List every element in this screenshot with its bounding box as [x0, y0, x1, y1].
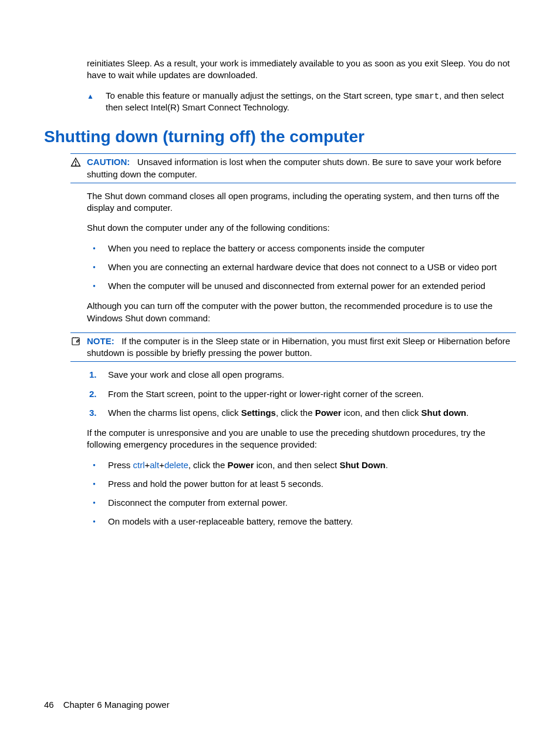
bold-text: Settings	[241, 408, 276, 418]
note-callout: NOTE: If the computer is in the Sleep st…	[70, 332, 516, 362]
body-paragraph: Shut down the computer under any of the …	[87, 222, 516, 234]
caution-icon	[70, 156, 87, 170]
conditions-list: When you need to replace the battery or …	[87, 243, 516, 293]
procedure-step-text: To enable this feature or manually adjus…	[106, 90, 516, 114]
list-item: When the computer will be unused and dis…	[87, 280, 516, 292]
list-item: From the Start screen, point to the uppe…	[87, 388, 516, 400]
caution-body: Unsaved information is lost when the com…	[87, 157, 501, 179]
page-footer: 46Chapter 6 Managing power	[44, 699, 170, 711]
body-paragraph: Although you can turn off the computer w…	[87, 300, 516, 324]
steps-list: Save your work and close all open progra…	[87, 369, 516, 419]
list-item: Press and hold the power button for at l…	[87, 478, 516, 490]
svg-point-1	[75, 164, 76, 165]
section-heading: Shutting down (turning off) the computer	[44, 126, 516, 148]
text-fragment: .	[466, 408, 468, 418]
intro-paragraph: reinitiates Sleep. As a result, your wor…	[87, 58, 516, 82]
page-number: 46	[44, 700, 54, 710]
text-fragment: icon, and then select	[254, 460, 339, 470]
caution-text	[133, 157, 137, 167]
text-fragment: icon, and then click	[342, 408, 421, 418]
note-icon	[70, 335, 87, 350]
bold-text: Shut down	[421, 408, 467, 418]
list-item: When you need to replace the battery or …	[87, 243, 516, 254]
code-text: smart	[414, 92, 439, 101]
text-fragment: When the charms list opens, click	[108, 408, 241, 418]
bold-text: Power	[315, 408, 342, 418]
list-item: Save your work and close all open progra…	[87, 369, 516, 381]
body-paragraph: If the computer is unresponsive and you …	[87, 427, 516, 451]
text-fragment: To enable this feature or manually adjus…	[106, 90, 414, 100]
chapter-label: Chapter 6 Managing power	[63, 700, 170, 710]
text-fragment: , click the	[188, 460, 228, 470]
text-fragment: Press	[108, 460, 133, 470]
bold-text: Power	[227, 460, 254, 470]
plus-sign: +	[145, 460, 150, 470]
note-label: NOTE:	[87, 336, 114, 346]
text-fragment: .	[386, 460, 388, 470]
list-item: Press ctrl+alt+delete, click the Power i…	[87, 459, 516, 471]
emergency-list: Press ctrl+alt+delete, click the Power i…	[87, 459, 516, 528]
list-item: On models with a user-replaceable batter…	[87, 516, 516, 527]
caution-callout: CAUTION: Unsaved information is lost whe…	[70, 153, 516, 183]
list-item: When the charms list opens, click Settin…	[87, 407, 516, 419]
caution-label: CAUTION:	[87, 157, 130, 167]
text-fragment: , click the	[276, 408, 315, 418]
plus-sign: +	[159, 460, 164, 470]
key-ctrl: ctrl	[133, 460, 145, 470]
list-item: When you are connecting an external hard…	[87, 261, 516, 273]
bold-text: Shut Down	[339, 460, 385, 470]
note-spacer	[117, 336, 122, 346]
note-body: If the computer is in the Sleep state or…	[87, 336, 510, 358]
procedure-step: ▲ To enable this feature or manually adj…	[87, 90, 516, 114]
key-delete: delete	[164, 460, 188, 470]
body-paragraph: The Shut down command closes all open pr…	[87, 190, 516, 214]
key-alt: alt	[150, 460, 159, 470]
list-item: Disconnect the computer from external po…	[87, 497, 516, 509]
triangle-icon: ▲	[87, 90, 106, 101]
